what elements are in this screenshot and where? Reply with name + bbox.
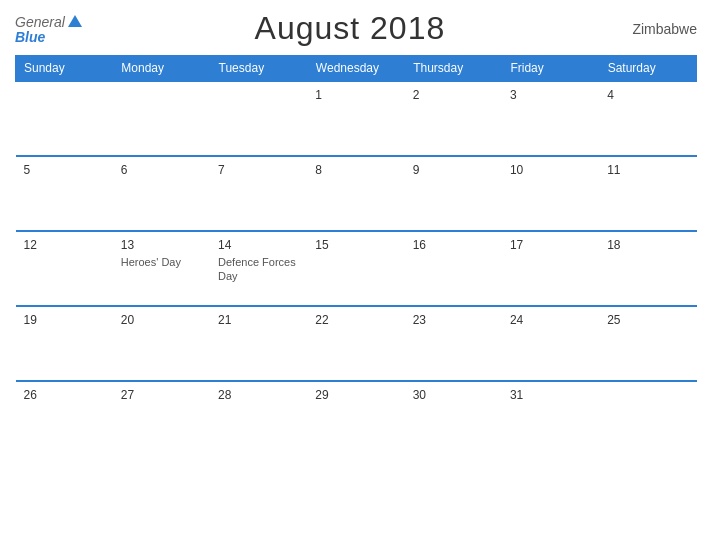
day-cell-w2d0: 12 xyxy=(16,231,113,306)
day-number: 16 xyxy=(413,238,494,252)
day-number: 9 xyxy=(413,163,494,177)
day-cell-w1d0: 5 xyxy=(16,156,113,231)
day-cell-w4d3: 29 xyxy=(307,381,404,456)
day-cell-w2d3: 15 xyxy=(307,231,404,306)
day-number: 23 xyxy=(413,313,494,327)
day-cell-w3d5: 24 xyxy=(502,306,599,381)
day-number: 11 xyxy=(607,163,688,177)
day-cell-w2d2: 14Defence Forces Day xyxy=(210,231,307,306)
day-cell-w0d1 xyxy=(113,81,210,156)
week-row-2: 1213Heroes' Day14Defence Forces Day15161… xyxy=(16,231,697,306)
day-cell-w4d0: 26 xyxy=(16,381,113,456)
header-saturday: Saturday xyxy=(599,56,696,82)
day-cell-w1d3: 8 xyxy=(307,156,404,231)
day-number: 25 xyxy=(607,313,688,327)
day-cell-w2d1: 13Heroes' Day xyxy=(113,231,210,306)
holiday-name: Defence Forces Day xyxy=(218,255,299,284)
day-cell-w2d5: 17 xyxy=(502,231,599,306)
day-number: 29 xyxy=(315,388,396,402)
day-number: 4 xyxy=(607,88,688,102)
day-number: 27 xyxy=(121,388,202,402)
calendar-container: General Blue August 2018 Zimbabwe Sunday… xyxy=(0,0,712,550)
day-number: 15 xyxy=(315,238,396,252)
week-row-0: 1234 xyxy=(16,81,697,156)
day-cell-w0d4: 2 xyxy=(405,81,502,156)
day-cell-w0d5: 3 xyxy=(502,81,599,156)
day-number: 13 xyxy=(121,238,202,252)
day-number: 22 xyxy=(315,313,396,327)
week-row-1: 567891011 xyxy=(16,156,697,231)
day-number: 17 xyxy=(510,238,591,252)
header-friday: Friday xyxy=(502,56,599,82)
calendar-country: Zimbabwe xyxy=(617,21,697,37)
day-cell-w1d6: 11 xyxy=(599,156,696,231)
day-cell-w4d6 xyxy=(599,381,696,456)
week-row-4: 262728293031 xyxy=(16,381,697,456)
day-cell-w4d5: 31 xyxy=(502,381,599,456)
day-cell-w1d4: 9 xyxy=(405,156,502,231)
header-sunday: Sunday xyxy=(16,56,113,82)
calendar-body: 12345678910111213Heroes' Day14Defence Fo… xyxy=(16,81,697,456)
day-cell-w4d4: 30 xyxy=(405,381,502,456)
day-number: 24 xyxy=(510,313,591,327)
calendar-header: General Blue August 2018 Zimbabwe xyxy=(15,10,697,47)
day-number: 1 xyxy=(315,88,396,102)
header-wednesday: Wednesday xyxy=(307,56,404,82)
day-number: 21 xyxy=(218,313,299,327)
day-number: 18 xyxy=(607,238,688,252)
day-number: 28 xyxy=(218,388,299,402)
calendar-title: August 2018 xyxy=(255,10,446,47)
day-cell-w3d4: 23 xyxy=(405,306,502,381)
day-cell-w3d1: 20 xyxy=(113,306,210,381)
day-number: 26 xyxy=(24,388,105,402)
day-cell-w2d4: 16 xyxy=(405,231,502,306)
day-number: 7 xyxy=(218,163,299,177)
day-number: 14 xyxy=(218,238,299,252)
day-cell-w3d3: 22 xyxy=(307,306,404,381)
day-number: 31 xyxy=(510,388,591,402)
day-number: 30 xyxy=(413,388,494,402)
logo-flag-icon xyxy=(67,14,83,30)
day-number: 19 xyxy=(24,313,105,327)
week-row-3: 19202122232425 xyxy=(16,306,697,381)
header-tuesday: Tuesday xyxy=(210,56,307,82)
day-cell-w4d2: 28 xyxy=(210,381,307,456)
day-number: 5 xyxy=(24,163,105,177)
day-cell-w0d6: 4 xyxy=(599,81,696,156)
holiday-name: Heroes' Day xyxy=(121,255,202,269)
day-cell-w3d2: 21 xyxy=(210,306,307,381)
day-cell-w0d0 xyxy=(16,81,113,156)
day-number: 8 xyxy=(315,163,396,177)
day-cell-w0d3: 1 xyxy=(307,81,404,156)
calendar-table: Sunday Monday Tuesday Wednesday Thursday… xyxy=(15,55,697,456)
day-number: 3 xyxy=(510,88,591,102)
day-number: 10 xyxy=(510,163,591,177)
svg-marker-0 xyxy=(68,15,82,27)
day-cell-w0d2 xyxy=(210,81,307,156)
day-cell-w1d1: 6 xyxy=(113,156,210,231)
day-number: 6 xyxy=(121,163,202,177)
weekday-header-row: Sunday Monday Tuesday Wednesday Thursday… xyxy=(16,56,697,82)
day-cell-w1d5: 10 xyxy=(502,156,599,231)
header-monday: Monday xyxy=(113,56,210,82)
header-thursday: Thursday xyxy=(405,56,502,82)
day-number: 2 xyxy=(413,88,494,102)
day-cell-w2d6: 18 xyxy=(599,231,696,306)
day-cell-w4d1: 27 xyxy=(113,381,210,456)
day-cell-w3d6: 25 xyxy=(599,306,696,381)
day-cell-w1d2: 7 xyxy=(210,156,307,231)
day-cell-w3d0: 19 xyxy=(16,306,113,381)
day-number: 12 xyxy=(24,238,105,252)
logo-blue: Blue xyxy=(15,30,83,44)
day-number: 20 xyxy=(121,313,202,327)
logo-general: General xyxy=(15,15,65,29)
logo: General Blue xyxy=(15,14,83,44)
